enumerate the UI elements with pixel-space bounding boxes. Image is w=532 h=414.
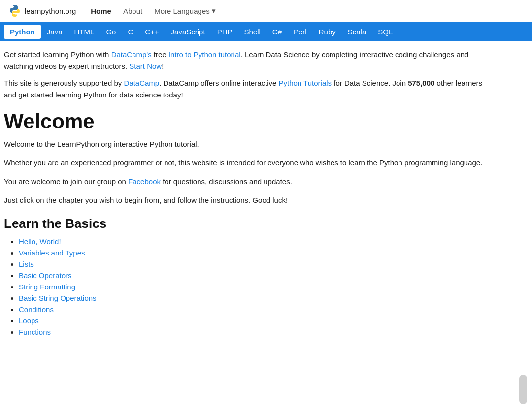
top-nav: learnpython.org Home About More Language… [0, 0, 532, 22]
link-functions[interactable]: Functions [19, 328, 51, 336]
link-lists[interactable]: Lists [19, 260, 34, 268]
python-tutorials-link[interactable]: Python Tutorials [279, 79, 332, 87]
language-bar: Python Java HTML Go C C++ JavaScript PHP… [0, 22, 532, 41]
main-content: Get started learning Python with DataCam… [0, 41, 493, 361]
list-item: Variables and Types [19, 249, 485, 257]
top-nav-links: Home About More Languages ▾ [86, 4, 220, 17]
nav-about[interactable]: About [118, 5, 147, 17]
link-hello-world[interactable]: Hello, World! [19, 237, 61, 246]
start-now-link[interactable]: Start Now [129, 62, 162, 70]
lang-csharp[interactable]: C# [266, 25, 288, 39]
lang-ruby[interactable]: Ruby [313, 25, 342, 39]
welcome-para-3: Just click on the chapter you wish to be… [4, 194, 485, 206]
welcome-para-1: Whether you are an experienced programme… [4, 157, 485, 169]
lang-scala[interactable]: Scala [342, 25, 372, 39]
link-loops[interactable]: Loops [19, 317, 39, 325]
python-logo-icon [8, 4, 22, 18]
link-conditions[interactable]: Conditions [19, 305, 54, 314]
svg-point-0 [13, 6, 14, 7]
welcome-para-2: You are welcome to join our group on Fac… [4, 176, 485, 188]
support-paragraph: This site is generously supported by Dat… [4, 77, 485, 101]
link-basic-operators[interactable]: Basic Operators [19, 271, 72, 280]
list-item: String Formatting [19, 283, 485, 291]
facebook-link[interactable]: Facebook [128, 177, 161, 186]
list-item: Functions [19, 328, 485, 336]
list-item: Basic String Operations [19, 294, 485, 302]
site-name: learnpython.org [25, 7, 76, 15]
list-item: Conditions [19, 305, 485, 314]
nav-more-languages[interactable]: More Languages ▾ [149, 4, 221, 17]
lang-perl[interactable]: Perl [288, 25, 313, 39]
lang-python[interactable]: Python [4, 25, 41, 39]
list-item: Basic Operators [19, 271, 485, 280]
nav-home[interactable]: Home [86, 5, 116, 17]
link-string-formatting[interactable]: String Formatting [19, 283, 75, 291]
intro-paragraph: Get started learning Python with DataCam… [4, 49, 485, 72]
lang-sql[interactable]: SQL [372, 25, 399, 39]
lang-javascript[interactable]: JavaScript [165, 25, 211, 39]
lang-shell[interactable]: Shell [238, 25, 266, 39]
welcome-heading: Welcome [4, 110, 485, 133]
lang-php[interactable]: PHP [211, 25, 238, 39]
datacamp-link-1[interactable]: DataCamp's [111, 50, 152, 59]
lang-html[interactable]: HTML [68, 25, 100, 39]
list-item: Lists [19, 260, 485, 268]
link-basic-string-ops[interactable]: Basic String Operations [19, 294, 97, 302]
basics-list: Hello, World! Variables and Types Lists … [4, 237, 485, 336]
list-item: Loops [19, 317, 485, 325]
lang-c[interactable]: C [122, 25, 139, 39]
learn-basics-heading: Learn the Basics [4, 216, 485, 231]
dropdown-arrow-icon: ▾ [212, 6, 216, 15]
list-item: Hello, World! [19, 237, 485, 246]
lang-java[interactable]: Java [41, 25, 68, 39]
lang-go[interactable]: Go [100, 25, 122, 39]
site-logo[interactable]: learnpython.org [8, 4, 76, 18]
lang-cpp[interactable]: C++ [139, 25, 165, 39]
intro-to-python-link[interactable]: Intro to Python tutorial [168, 50, 241, 59]
welcome-subheading: Welcome to the LearnPython.org interacti… [4, 138, 485, 150]
link-variables-types[interactable]: Variables and Types [19, 249, 85, 257]
datacamp-link-2[interactable]: DataCamp [124, 79, 159, 87]
svg-point-1 [15, 14, 16, 15]
